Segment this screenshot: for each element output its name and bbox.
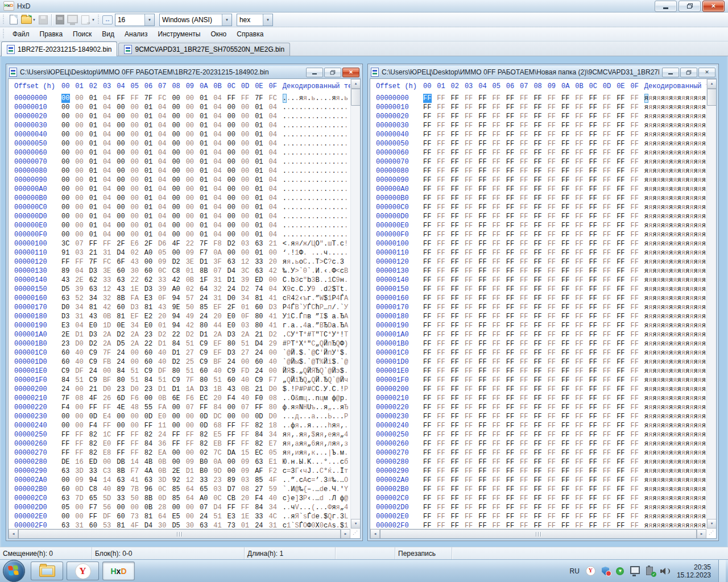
decoded-char[interactable]: . (324, 139, 328, 148)
hex-byte[interactable]: FF (617, 448, 630, 458)
menu-file[interactable]: Файл (7, 28, 35, 40)
hex-byte[interactable]: 51 (213, 512, 227, 521)
hex-byte[interactable]: 00 (75, 230, 89, 239)
decoded-char[interactable]: . (303, 503, 307, 512)
hex-byte[interactable]: FF (533, 376, 547, 385)
decoded-char[interactable]: ‚ (291, 430, 295, 439)
decoded-char[interactable]: я (677, 458, 681, 467)
hex-byte[interactable]: FF (561, 430, 575, 439)
hex-byte[interactable]: FF (465, 448, 478, 458)
decoded-char[interactable]: я (644, 212, 648, 221)
decoded-char[interactable]: я (291, 403, 295, 412)
hex-byte[interactable]: 00 (172, 458, 185, 467)
hex-byte[interactable]: 00 (117, 139, 130, 148)
decoded-char[interactable]: я (656, 321, 660, 330)
vertical-scrollbar[interactable]: ▲ ▼ (350, 79, 360, 529)
decoded-char[interactable]: . (328, 212, 332, 221)
decoded-char[interactable]: я (673, 439, 677, 448)
hex-byte[interactable]: 26 (103, 394, 117, 403)
hex-byte[interactable]: 82 (255, 421, 268, 430)
hex-byte[interactable]: FF (423, 257, 437, 267)
hex-byte[interactable]: FF (437, 203, 450, 212)
decoded-char[interactable]: . (344, 121, 348, 130)
hex-byte[interactable]: 00 (186, 139, 200, 148)
decoded-char[interactable]: я (673, 257, 677, 267)
hex-byte[interactable]: FF (561, 348, 575, 357)
decoded-char[interactable]: Ђ (324, 376, 328, 385)
decoded-char[interactable]: м (340, 448, 344, 458)
decoded-char[interactable]: С (332, 276, 336, 285)
decoded-char[interactable]: я (681, 303, 685, 312)
decoded-char[interactable] (311, 312, 315, 321)
decoded-char[interactable]: Y (344, 485, 348, 494)
decoded-char[interactable] (344, 257, 348, 267)
hex-byte[interactable]: 4B (144, 458, 158, 467)
decoded-char[interactable]: ` (307, 357, 311, 367)
decoded-char[interactable]: а (307, 321, 311, 330)
hex-byte[interactable]: 01 (255, 203, 268, 212)
hex-byte[interactable]: 41 (268, 321, 282, 330)
decoded-char[interactable]: я (681, 267, 685, 276)
decoded-char[interactable]: ‚ (340, 439, 344, 448)
hex-byte[interactable]: BF (213, 357, 227, 367)
hex-byte[interactable]: 01 (144, 194, 158, 203)
decoded-char[interactable]: – (307, 485, 311, 494)
hex-byte[interactable]: E3 (228, 512, 241, 521)
hex-byte[interactable]: FF (506, 103, 520, 112)
hex-byte[interactable]: D0 (103, 385, 117, 394)
hex-byte[interactable]: FF (630, 103, 644, 112)
hex-byte[interactable]: 40 (241, 394, 255, 403)
hex-byte[interactable]: FF (589, 139, 603, 148)
hex-byte[interactable]: 01 (89, 230, 103, 239)
decoded-char[interactable]: ` (307, 348, 311, 357)
decoded-char[interactable]: я (648, 439, 652, 448)
decoded-char[interactable]: я (702, 248, 706, 257)
hex-byte[interactable]: 85 (172, 494, 185, 503)
hex-byte[interactable]: 00 (130, 221, 144, 230)
hex-byte[interactable]: FF (589, 367, 603, 376)
decoded-char[interactable]: Ї (340, 467, 344, 476)
decoded-char[interactable]: * (336, 330, 340, 339)
hex-byte[interactable]: FF (492, 212, 506, 221)
hex-byte[interactable]: 85 (172, 485, 185, 494)
decoded-char[interactable]: я (648, 403, 652, 412)
menu-window[interactable]: Окно (205, 28, 231, 40)
hex-byte[interactable]: FF (630, 303, 644, 312)
decoded-char[interactable]: / (307, 239, 311, 248)
decoded-char[interactable]: . (283, 112, 287, 121)
decoded-char[interactable]: я (685, 367, 689, 376)
decoded-char[interactable]: я (665, 503, 669, 512)
hex-byte[interactable]: FF (561, 494, 575, 503)
decoded-char[interactable]: … (324, 303, 328, 312)
hex-byte[interactable]: FF (617, 157, 630, 167)
hex-byte[interactable]: 21 (255, 330, 268, 339)
decoded-char[interactable]: . (311, 230, 315, 239)
hex-byte[interactable]: EA (158, 448, 172, 458)
decoded-char[interactable]: . (332, 221, 336, 230)
hex-byte[interactable]: FF (492, 103, 506, 112)
decoded-char[interactable]: . (316, 112, 320, 121)
decoded-char[interactable]: 1 (328, 276, 332, 285)
decoded-char[interactable]: 0 (303, 267, 307, 276)
decoded-char[interactable]: ‹ (299, 294, 303, 303)
hex-byte[interactable]: FF (492, 421, 506, 430)
hex-byte[interactable]: FF (437, 212, 450, 221)
decoded-char[interactable]: я (673, 157, 677, 167)
hex-byte[interactable]: FF (506, 130, 520, 139)
decoded-char[interactable]: . (303, 248, 307, 257)
hex-byte[interactable]: 21 (89, 385, 103, 394)
decoded-char[interactable]: я (652, 458, 656, 467)
decoded-char[interactable]: я (283, 439, 287, 448)
hex-byte[interactable]: 09 (158, 257, 172, 267)
hex-byte[interactable]: FF (437, 321, 450, 330)
decoded-text[interactable]: ................ (283, 176, 349, 185)
decoded-char[interactable]: . (299, 121, 303, 130)
decoded-char[interactable]: Т (299, 330, 303, 339)
decoded-char[interactable]: я (656, 439, 660, 448)
decoded-char[interactable]: г (332, 512, 336, 521)
hex-byte[interactable]: FF (478, 212, 492, 221)
hex-byte[interactable]: E2 (144, 312, 158, 321)
hex-byte[interactable]: FF (520, 357, 533, 367)
hex-byte[interactable]: 01 (89, 148, 103, 157)
hex-byte[interactable]: D0 (268, 412, 282, 421)
